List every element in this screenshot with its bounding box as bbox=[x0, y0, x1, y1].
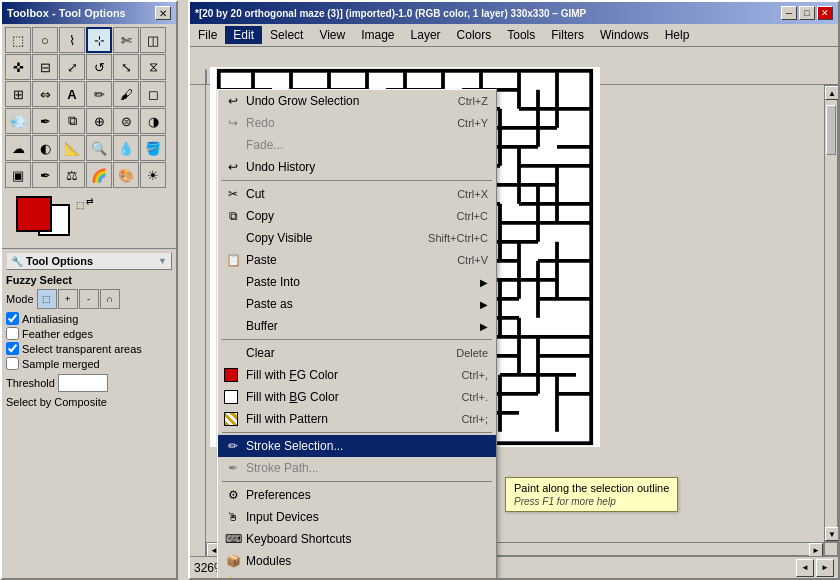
fg-color-swatch[interactable] bbox=[16, 196, 52, 232]
menu-paste[interactable]: 📋 Paste Ctrl+V bbox=[218, 249, 496, 271]
vertical-scrollbar[interactable]: ▲ ▼ bbox=[824, 85, 838, 542]
menu-fill-fg[interactable]: Fill with FG Color Ctrl+, bbox=[218, 364, 496, 386]
tool-smudge[interactable]: ☁ bbox=[5, 135, 31, 161]
toolbox-close-button[interactable]: ✕ bbox=[155, 6, 171, 20]
menu-image[interactable]: Image bbox=[353, 26, 402, 44]
tool-blend[interactable]: ▣ bbox=[5, 162, 31, 188]
antialiasing-checkbox[interactable] bbox=[6, 312, 19, 325]
tool-ink[interactable]: ✒ bbox=[32, 108, 58, 134]
menu-clear[interactable]: Clear Delete bbox=[218, 342, 496, 364]
tool-crop[interactable]: ⤢ bbox=[59, 54, 85, 80]
keyboard-icon: ⌨ bbox=[224, 530, 242, 548]
menu-undo-history[interactable]: ↩ Undo History bbox=[218, 156, 496, 178]
mode-subtract[interactable]: - bbox=[79, 289, 99, 309]
color-reset[interactable]: ⬚ bbox=[76, 200, 85, 210]
close-button[interactable]: ✕ bbox=[817, 6, 833, 20]
mode-replace[interactable]: ⬚ bbox=[37, 289, 57, 309]
tool-clone[interactable]: ⧉ bbox=[59, 108, 85, 134]
tool-align[interactable]: ⊟ bbox=[32, 54, 58, 80]
nav-left[interactable]: ◄ bbox=[796, 559, 814, 577]
tool-scale[interactable]: ⤡ bbox=[113, 54, 139, 80]
threshold-input[interactable]: 15.0 bbox=[58, 374, 108, 392]
menu-keyboard-shortcuts[interactable]: ⌨ Keyboard Shortcuts bbox=[218, 528, 496, 550]
tool-rotate[interactable]: ↺ bbox=[86, 54, 112, 80]
tool-color-picker[interactable]: 💧 bbox=[113, 135, 139, 161]
nav-right[interactable]: ► bbox=[816, 559, 834, 577]
sample-merged-label: Sample merged bbox=[22, 358, 100, 370]
menu-units[interactable]: 📏 Units bbox=[218, 572, 496, 578]
threshold-label: Threshold bbox=[6, 377, 55, 389]
menu-stroke-selection[interactable]: ✏ Stroke Selection... bbox=[218, 435, 496, 457]
v-scrollbar-thumb[interactable] bbox=[826, 105, 836, 155]
tool-colorize[interactable]: 🎨 bbox=[113, 162, 139, 188]
tool-airbrush[interactable]: 💨 bbox=[5, 108, 31, 134]
tool-free-select[interactable]: ⌇ bbox=[59, 27, 85, 53]
vertical-ruler bbox=[190, 85, 206, 578]
tool-fuzzy-select[interactable]: ⊹ bbox=[86, 27, 112, 53]
feather-edges-checkbox[interactable] bbox=[6, 327, 19, 340]
menu-colors[interactable]: Colors bbox=[449, 26, 500, 44]
menu-filters[interactable]: Filters bbox=[543, 26, 592, 44]
minimize-button[interactable]: ─ bbox=[781, 6, 797, 20]
tool-bucket-fill[interactable]: 🪣 bbox=[140, 135, 166, 161]
menu-file[interactable]: File bbox=[190, 26, 225, 44]
menu-copy[interactable]: ⧉ Copy Ctrl+C bbox=[218, 205, 496, 227]
tool-paths[interactable]: ✒ bbox=[32, 162, 58, 188]
cut-icon: ✂ bbox=[224, 185, 242, 203]
tool-pencil[interactable]: ✏ bbox=[86, 81, 112, 107]
menu-fill-bg[interactable]: Fill with BG Color Ctrl+. bbox=[218, 386, 496, 408]
menu-undo[interactable]: ↩ Undo Grow Selection Ctrl+Z bbox=[218, 90, 496, 112]
tool-perspective[interactable]: ⊞ bbox=[5, 81, 31, 107]
select-transparent-checkbox[interactable] bbox=[6, 342, 19, 355]
tool-flip[interactable]: ⇔ bbox=[32, 81, 58, 107]
menu-buffer[interactable]: Buffer ▶ bbox=[218, 315, 496, 337]
tool-blur-sharpen[interactable]: ◑ bbox=[140, 108, 166, 134]
select-by-label: Select by bbox=[6, 396, 51, 408]
scroll-down-button[interactable]: ▼ bbox=[825, 527, 838, 541]
menu-cut[interactable]: ✂ Cut Ctrl+X bbox=[218, 183, 496, 205]
tool-rect-select[interactable]: ⬚ bbox=[5, 27, 31, 53]
tool-hue-sat[interactable]: 🌈 bbox=[86, 162, 112, 188]
mode-add[interactable]: + bbox=[58, 289, 78, 309]
menu-select[interactable]: Select bbox=[262, 26, 311, 44]
tool-ellipse-select[interactable]: ○ bbox=[32, 27, 58, 53]
menu-windows[interactable]: Windows bbox=[592, 26, 657, 44]
canvas-wrapper: 200 300 400 bbox=[190, 47, 838, 578]
menu-layer[interactable]: Layer bbox=[403, 26, 449, 44]
tool-col-balance[interactable]: ⚖ bbox=[59, 162, 85, 188]
sample-merged-checkbox[interactable] bbox=[6, 357, 19, 370]
menu-input-devices[interactable]: 🖱 Input Devices bbox=[218, 506, 496, 528]
menu-tools[interactable]: Tools bbox=[499, 26, 543, 44]
tool-dodge-burn[interactable]: ◐ bbox=[32, 135, 58, 161]
tool-perspective-clone[interactable]: ⊜ bbox=[113, 108, 139, 134]
menu-redo: ↪ Redo Ctrl+Y bbox=[218, 112, 496, 134]
mode-intersect[interactable]: ∩ bbox=[100, 289, 120, 309]
menu-modules[interactable]: 📦 Modules bbox=[218, 550, 496, 572]
menu-preferences[interactable]: ⚙ Preferences bbox=[218, 484, 496, 506]
tool-eraser[interactable]: ◻ bbox=[140, 81, 166, 107]
menu-view[interactable]: View bbox=[311, 26, 353, 44]
tool-move[interactable]: ✜ bbox=[5, 54, 31, 80]
tool-shear[interactable]: ⧖ bbox=[140, 54, 166, 80]
tool-brightness[interactable]: ☀ bbox=[140, 162, 166, 188]
scroll-right-button[interactable]: ► bbox=[809, 543, 823, 557]
tool-text[interactable]: A bbox=[59, 81, 85, 107]
tool-zoom[interactable]: 🔍 bbox=[86, 135, 112, 161]
tool-scissors[interactable]: ✄ bbox=[113, 27, 139, 53]
tool-paintbrush[interactable]: 🖌 bbox=[113, 81, 139, 107]
menu-copy-visible[interactable]: Copy Visible Shift+Ctrl+C bbox=[218, 227, 496, 249]
tool-heal[interactable]: ⊕ bbox=[86, 108, 112, 134]
menu-fill-pattern[interactable]: Fill with Pattern Ctrl+; bbox=[218, 408, 496, 430]
tool-measure[interactable]: 📐 bbox=[59, 135, 85, 161]
tool-options-arrow[interactable]: ▼ bbox=[158, 256, 167, 266]
paste-icon: 📋 bbox=[224, 251, 242, 269]
swap-colors[interactable]: ⇄ bbox=[86, 196, 94, 206]
tool-foreground[interactable]: ◫ bbox=[140, 27, 166, 53]
menu-paste-as[interactable]: Paste as ▶ bbox=[218, 293, 496, 315]
menu-help[interactable]: Help bbox=[657, 26, 698, 44]
paste-into-icon bbox=[224, 273, 242, 291]
menu-paste-into[interactable]: Paste Into ▶ bbox=[218, 271, 496, 293]
menu-edit[interactable]: Edit bbox=[225, 26, 262, 44]
maximize-button[interactable]: □ bbox=[799, 6, 815, 20]
scroll-up-button[interactable]: ▲ bbox=[825, 86, 838, 100]
